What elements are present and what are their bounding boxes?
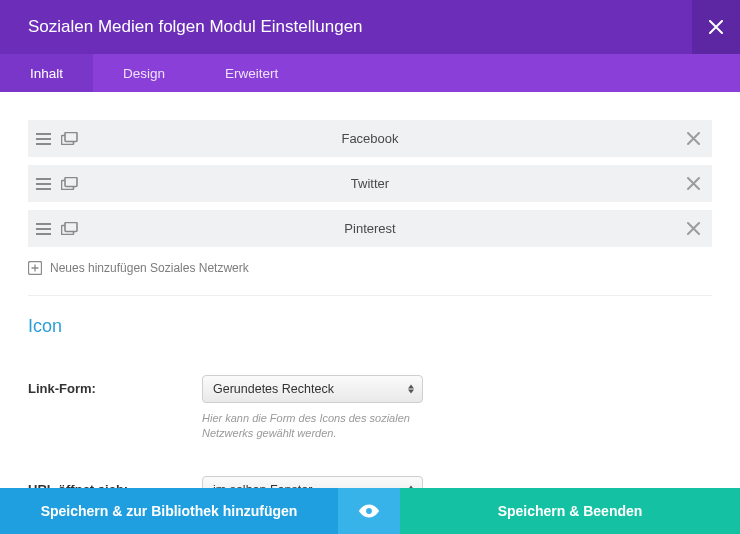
content-scroll[interactable]: Facebook Twitter bbox=[0, 92, 740, 488]
close-button[interactable] bbox=[692, 0, 740, 54]
tab-content[interactable]: Inhalt bbox=[0, 54, 93, 92]
remove-network-button[interactable] bbox=[683, 218, 704, 239]
link-shape-label: Link-Form: bbox=[28, 375, 202, 396]
section-icon-title: Icon bbox=[28, 316, 712, 337]
tab-bar: Inhalt Design Erweitert bbox=[0, 54, 740, 92]
plus-icon bbox=[28, 261, 42, 275]
preview-button[interactable] bbox=[338, 488, 400, 534]
duplicate-icon[interactable] bbox=[61, 132, 78, 145]
content-inner: Facebook Twitter bbox=[0, 92, 740, 488]
modal-title: Sozialen Medien folgen Modul Einstellung… bbox=[28, 17, 363, 37]
url-target-label: URL öffnet sich: bbox=[28, 476, 202, 488]
svg-point-7 bbox=[366, 508, 372, 514]
footer-actions: Speichern & zur Bibliothek hinzufügen Sp… bbox=[0, 488, 740, 534]
save-and-exit-button[interactable]: Speichern & Beenden bbox=[400, 488, 740, 534]
form-row-url-target: URL öffnet sich: im selben Fenster bbox=[28, 476, 712, 488]
network-row-left bbox=[36, 222, 78, 235]
drag-handle-icon[interactable] bbox=[36, 223, 51, 235]
link-shape-value: Gerundetes Rechteck bbox=[213, 382, 334, 396]
network-row-left bbox=[36, 132, 78, 145]
remove-network-button[interactable] bbox=[683, 173, 704, 194]
svg-rect-1 bbox=[65, 133, 77, 142]
save-to-library-button[interactable]: Speichern & zur Bibliothek hinzufügen bbox=[0, 488, 338, 534]
drag-handle-icon[interactable] bbox=[36, 178, 51, 190]
network-row[interactable]: Facebook bbox=[28, 120, 712, 157]
link-shape-select[interactable]: Gerundetes Rechteck bbox=[202, 375, 423, 403]
network-row[interactable]: Twitter bbox=[28, 165, 712, 202]
network-label: Facebook bbox=[28, 131, 712, 146]
add-network-button[interactable]: Neues hinzufügen Soziales Netzwerk bbox=[28, 255, 712, 291]
svg-rect-3 bbox=[65, 178, 77, 187]
svg-rect-5 bbox=[65, 223, 77, 232]
duplicate-icon[interactable] bbox=[61, 177, 78, 190]
select-chevrons-icon bbox=[408, 385, 414, 394]
network-row[interactable]: Pinterest bbox=[28, 210, 712, 247]
network-row-left bbox=[36, 177, 78, 190]
link-shape-help: Hier kann die Form des Icons des soziale… bbox=[202, 411, 462, 442]
eye-icon bbox=[358, 504, 380, 518]
remove-network-button[interactable] bbox=[683, 128, 704, 149]
drag-handle-icon[interactable] bbox=[36, 133, 51, 145]
close-icon bbox=[709, 20, 723, 34]
modal-header: Sozialen Medien folgen Modul Einstellung… bbox=[0, 0, 740, 54]
form-row-link-shape: Link-Form: Gerundetes Rechteck Hier kann… bbox=[28, 375, 712, 442]
url-target-select[interactable]: im selben Fenster bbox=[202, 476, 423, 488]
network-label: Pinterest bbox=[28, 221, 712, 236]
tab-advanced[interactable]: Erweitert bbox=[195, 54, 308, 92]
add-network-label: Neues hinzufügen Soziales Netzwerk bbox=[50, 261, 249, 275]
divider bbox=[28, 295, 712, 296]
network-label: Twitter bbox=[28, 176, 712, 191]
tab-design[interactable]: Design bbox=[93, 54, 195, 92]
duplicate-icon[interactable] bbox=[61, 222, 78, 235]
